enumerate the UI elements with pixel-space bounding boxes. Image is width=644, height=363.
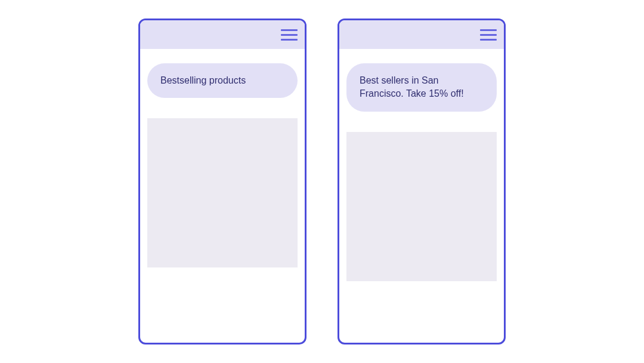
banner-pill: Best sellers in San Francisco. Take 15% … [346, 63, 497, 112]
hamburger-line [480, 34, 497, 36]
hamburger-line [480, 39, 497, 41]
header-bar [339, 20, 504, 49]
phone-frame-right: Best sellers in San Francisco. Take 15% … [338, 19, 506, 344]
banner-text: Bestselling products [160, 75, 246, 85]
hamburger-line [281, 39, 298, 41]
image-placeholder [346, 132, 497, 281]
hamburger-line [281, 34, 298, 36]
hamburger-menu-icon[interactable] [281, 29, 298, 41]
banner-pill: Bestselling products [147, 63, 298, 98]
hamburger-menu-icon[interactable] [480, 29, 497, 41]
content-area: Best sellers in San Francisco. Take 15% … [339, 49, 504, 343]
content-area: Bestselling products [140, 49, 305, 343]
hamburger-line [281, 29, 298, 31]
image-placeholder [147, 118, 298, 267]
hamburger-line [480, 29, 497, 31]
header-bar [140, 20, 305, 49]
phone-frame-left: Bestselling products [138, 19, 306, 344]
banner-text: Best sellers in San Francisco. Take 15% … [360, 75, 464, 99]
